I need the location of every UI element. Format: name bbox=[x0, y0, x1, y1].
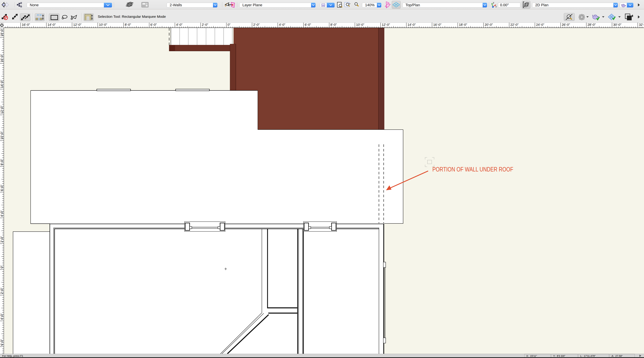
svg-text:28'-0": 28'-0" bbox=[588, 23, 596, 27]
svg-text:2'-0": 2'-0" bbox=[253, 23, 260, 27]
svg-text:14'-0": 14'-0" bbox=[48, 23, 56, 27]
svg-text:6'-0": 6'-0" bbox=[0, 185, 4, 191]
svg-text:18'-0": 18'-0" bbox=[459, 23, 467, 27]
svg-text:8'-0": 8'-0" bbox=[330, 23, 337, 27]
svg-text:4'-0": 4'-0" bbox=[0, 313, 4, 320]
svg-text:6'-0": 6'-0" bbox=[0, 339, 4, 346]
svg-text:30'-0": 30'-0" bbox=[613, 23, 621, 27]
svg-text:4'-0": 4'-0" bbox=[279, 23, 286, 27]
svg-text:16'-0": 16'-0" bbox=[0, 54, 4, 62]
svg-text:y: y bbox=[493, 1, 494, 4]
svg-text:10'-0": 10'-0" bbox=[99, 23, 107, 27]
svg-text:0": 0" bbox=[228, 23, 230, 27]
svg-text:2'-0": 2'-0" bbox=[0, 236, 4, 243]
svg-text:32'-0": 32'-0" bbox=[639, 23, 644, 27]
svg-text:0": 0" bbox=[0, 265, 4, 268]
svg-text:24'-0": 24'-0" bbox=[536, 23, 544, 27]
svg-text:PORTION OF WALL UNDER ROOF: PORTION OF WALL UNDER ROOF bbox=[432, 166, 513, 173]
svg-text:12'-0": 12'-0" bbox=[0, 106, 4, 114]
svg-text:2'-0": 2'-0" bbox=[0, 288, 4, 294]
svg-text:4'-0": 4'-0" bbox=[176, 23, 182, 27]
svg-text:14'-0": 14'-0" bbox=[408, 23, 416, 27]
svg-text:2'-0": 2'-0" bbox=[202, 23, 208, 27]
svg-text:16'-0": 16'-0" bbox=[22, 23, 30, 27]
svg-text:8'-0": 8'-0" bbox=[0, 159, 4, 165]
svg-text:4'-0": 4'-0" bbox=[0, 211, 4, 217]
svg-text:6'-0": 6'-0" bbox=[150, 23, 157, 27]
svg-text:10'-0": 10'-0" bbox=[356, 23, 364, 27]
svg-text:10'-0": 10'-0" bbox=[0, 131, 4, 140]
svg-text:20'-0": 20'-0" bbox=[485, 23, 493, 27]
svg-text:12'-0": 12'-0" bbox=[73, 23, 81, 27]
svg-text:8'-0": 8'-0" bbox=[125, 23, 131, 27]
svg-text:16'-0": 16'-0" bbox=[433, 23, 441, 27]
svg-text:26'-0": 26'-0" bbox=[562, 23, 570, 27]
svg-text:12'-0": 12'-0" bbox=[382, 23, 390, 27]
svg-text:18'-0": 18'-0" bbox=[0, 29, 4, 37]
svg-text:6'-0": 6'-0" bbox=[305, 23, 311, 27]
svg-text:x: x bbox=[496, 5, 497, 8]
svg-text:22'-0": 22'-0" bbox=[510, 23, 518, 27]
svg-text:14'-0": 14'-0" bbox=[0, 80, 4, 88]
